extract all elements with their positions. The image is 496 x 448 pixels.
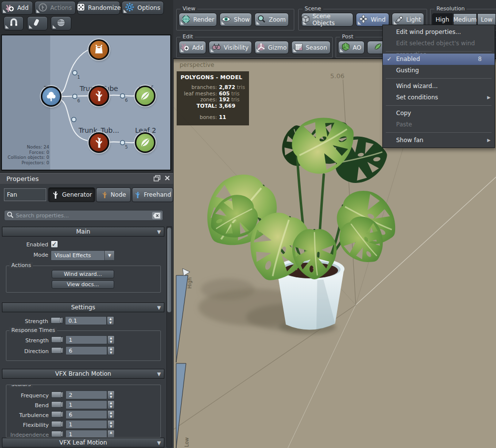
menu-item-enabled[interactable]: ✓ Enabled 8 xyxy=(383,54,495,65)
resolution-medium-button[interactable]: Medium xyxy=(453,13,477,26)
section-header-main[interactable]: Main ▼ xyxy=(2,227,164,237)
menu-item-gusting[interactable]: Gusting xyxy=(383,65,495,76)
rt-strength-slider[interactable] xyxy=(51,336,63,343)
connector-count: 1 xyxy=(77,75,80,80)
menu-item-copy[interactable]: Copy xyxy=(383,108,495,119)
randomize-button-label: Randomize xyxy=(88,4,121,11)
flexibility-spinner[interactable]: ▲▼ xyxy=(107,420,115,429)
close-panel-icon[interactable] xyxy=(164,175,170,183)
independence-spinner[interactable]: ▲ xyxy=(107,430,115,438)
direction-spinner[interactable]: ▲▼ xyxy=(107,346,115,355)
menu-separator xyxy=(386,78,492,79)
flexibility-value-field[interactable]: 1 xyxy=(65,420,107,429)
independence-slider[interactable] xyxy=(51,431,63,437)
check-icon: ✓ xyxy=(387,54,392,65)
connector-count: 6 xyxy=(77,98,80,103)
strength-spinner[interactable]: ▲▼ xyxy=(107,316,114,325)
trunk-icon xyxy=(93,90,105,102)
section-header-vfx-branch-motion[interactable]: VFX Branch Motion ▼ xyxy=(2,369,164,379)
search-input[interactable] xyxy=(16,212,152,219)
trunk-tube2-node[interactable] xyxy=(89,132,109,153)
magnet-tool-button[interactable] xyxy=(3,16,24,30)
add-button[interactable]: Add xyxy=(1,1,33,15)
resolution-low-button[interactable]: Low xyxy=(477,13,496,26)
sphere-tool-button[interactable] xyxy=(51,16,71,30)
dropdown-corner-icon xyxy=(211,49,214,52)
independence-value-field[interactable]: 1 xyxy=(65,430,107,438)
menu-item-edit-wind-properties[interactable]: Edit wind properties... xyxy=(383,27,495,38)
response-times-groupbox: Response Times Strength 1 ▲▼ Direction 6… xyxy=(6,330,161,361)
freehand-branch-icon xyxy=(134,191,141,199)
sphere-icon xyxy=(56,18,66,29)
direction-label: Direction xyxy=(10,348,49,355)
dropdown-corner-icon xyxy=(221,21,225,25)
resolution-high-label: High xyxy=(435,16,449,23)
render-button[interactable]: Render xyxy=(179,13,217,27)
node-graph-panel[interactable]: 1 6 6 5 Tree Trunk_Tube Leaf Trunk_Tub..… xyxy=(1,34,171,171)
capsule-tool-button[interactable] xyxy=(27,16,48,30)
menu-item-show-fan[interactable]: Show fan▶ xyxy=(383,135,495,146)
properties-scrollbar[interactable] xyxy=(166,226,172,448)
dropdown-corner-icon xyxy=(358,21,361,25)
mode-dropdown[interactable]: Visual Effects ▼ xyxy=(51,250,115,261)
wind-wizard-button[interactable]: Wind wizard... xyxy=(52,270,114,278)
actions-button[interactable]: Actions xyxy=(34,1,76,15)
turbulence-value-field[interactable]: 6 xyxy=(65,410,107,419)
options-button[interactable]: Options xyxy=(122,1,164,15)
section-header-settings[interactable]: Settings ▼ xyxy=(2,302,164,312)
resolution-high-button[interactable]: High xyxy=(432,13,453,26)
dropdown-corner-icon xyxy=(3,9,6,13)
rt-strength-value-field[interactable]: 1 xyxy=(65,335,107,344)
menu-item-wind-wizard[interactable]: Wind wizard... xyxy=(383,81,495,92)
tree-node[interactable] xyxy=(41,86,62,107)
frequency-value-field[interactable]: 2 xyxy=(65,390,107,399)
leaf2-node[interactable] xyxy=(135,132,155,153)
gizmo-button-label: Gizmo xyxy=(268,44,287,51)
visibility-button[interactable]: Visibility xyxy=(209,41,252,54)
clear-search-icon[interactable] xyxy=(152,212,161,219)
tab-generator[interactable]: Generator xyxy=(48,187,95,202)
frequency-spinner[interactable]: ▲▼ xyxy=(107,390,115,399)
stump-node[interactable] xyxy=(89,39,109,60)
bend-slider[interactable] xyxy=(51,401,63,408)
trunk-tube-node[interactable] xyxy=(89,86,109,106)
strength-value-field[interactable]: 0.1 xyxy=(65,316,107,325)
view-docs-button[interactable]: View docs... xyxy=(52,280,114,289)
bend-label: Bend xyxy=(10,402,49,409)
scene-objects-button[interactable]: Scene Objects xyxy=(301,13,353,27)
turbulence-spinner[interactable]: ▲▼ xyxy=(107,410,115,419)
ao-button[interactable]: AO xyxy=(338,41,365,54)
direction-slider[interactable] xyxy=(51,347,63,354)
scrollbar-thumb[interactable] xyxy=(167,228,171,312)
randomize-button[interactable]: Randomize xyxy=(77,1,120,15)
properties-title: Properties xyxy=(6,175,39,182)
rt-strength-spinner[interactable]: ▲▼ xyxy=(107,335,115,344)
tab-freehand[interactable]: Freehand xyxy=(132,187,173,202)
section-header-vfx-leaf-motion[interactable]: VFX Leaf Motion ▼ xyxy=(2,438,164,448)
turbulence-slider[interactable] xyxy=(51,411,63,418)
enabled-checkbox[interactable]: ✓ xyxy=(51,240,58,248)
bend-spinner[interactable]: ▲▼ xyxy=(107,400,115,409)
tab-node[interactable]: Node xyxy=(96,187,131,202)
flexibility-slider[interactable] xyxy=(51,421,63,427)
menu-item-set-conditions[interactable]: Set conditions▶ xyxy=(383,92,495,103)
mode-label: Mode xyxy=(10,252,48,258)
zoom-button[interactable]: Zoom xyxy=(254,13,289,27)
strength-slider[interactable] xyxy=(51,317,63,324)
frequency-slider[interactable] xyxy=(51,391,63,398)
dropdown-corner-icon xyxy=(5,25,9,29)
wind-indicator xyxy=(176,269,190,448)
show-button[interactable]: Show xyxy=(219,13,252,27)
float-panel-icon[interactable] xyxy=(154,175,160,183)
gizmo-button[interactable]: Gizmo xyxy=(254,41,289,54)
edit-add-button[interactable]: Add xyxy=(179,41,206,54)
submenu-arrow-icon: ▶ xyxy=(487,92,491,103)
camera-mode-label[interactable]: perspective xyxy=(180,61,214,68)
season-button[interactable]: Season xyxy=(291,41,331,54)
leaf-node[interactable] xyxy=(135,86,155,106)
bend-value-field[interactable]: 1 xyxy=(65,400,107,409)
direction-value-field[interactable]: 6 xyxy=(65,346,107,355)
dropdown-corner-icon xyxy=(256,21,260,25)
rt-strength-label: Strength xyxy=(10,337,49,344)
fan-name-field[interactable] xyxy=(4,188,46,201)
